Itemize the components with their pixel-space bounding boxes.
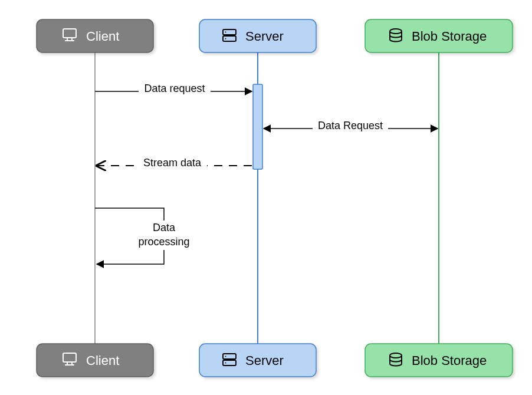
svg-point-25 [225, 363, 226, 364]
participant-client-bottom: Client [37, 344, 153, 377]
participant-server-label-bottom: Server [245, 353, 284, 368]
participant-storage-top: Blob Storage [365, 19, 513, 52]
participant-client-top: Client [37, 19, 153, 52]
activation-server [253, 84, 262, 169]
participant-storage-bottom: Blob Storage [365, 344, 513, 377]
participant-storage-label-top: Blob Storage [412, 29, 487, 44]
participant-server-label-top: Server [245, 29, 284, 44]
svg-point-13 [225, 38, 226, 40]
message-label-4-line1: Data [153, 222, 176, 233]
svg-point-24 [225, 356, 226, 357]
message-label-3: Stream data [143, 157, 202, 169]
svg-point-12 [225, 32, 226, 33]
message-label-4-line2: processing [138, 236, 189, 248]
message-label-2: Data Request [318, 120, 383, 131]
message-label-1: Data request [144, 83, 205, 94]
participant-server-bottom: Server [199, 344, 316, 377]
participant-storage-label-bottom: Blob Storage [412, 353, 487, 368]
participant-client-label-top: Client [86, 29, 119, 44]
sequence-diagram: Data request Data Request client (dashed… [0, 0, 532, 395]
participant-client-label-bottom: Client [86, 353, 119, 368]
participant-server-top: Server [199, 19, 316, 52]
